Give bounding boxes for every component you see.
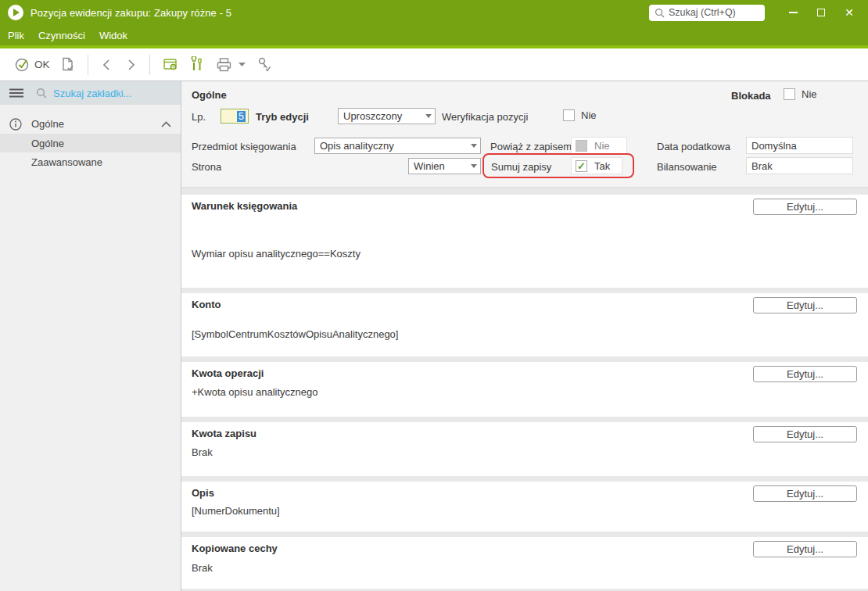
tree-group-label: Ogólne	[31, 118, 64, 130]
sidebar-item-label: Zaawansowane	[31, 156, 102, 168]
minimize-button[interactable]	[782, 3, 804, 22]
save-document-button[interactable]	[55, 53, 81, 76]
data-podatkowa-label: Data podatkowa	[657, 141, 730, 152]
section-kwota-operacji: Kwota operacji Edytuj... +Kwota opisu an…	[181, 362, 868, 417]
next-record-button[interactable]	[119, 55, 142, 75]
tab-tree: Ogólne Ogólne Zaawansowane	[0, 105, 181, 171]
sidebar-item-ogolne[interactable]: Ogólne	[0, 134, 181, 152]
sumuj-zapisy-checkbox-field[interactable]: ✓ Tak	[571, 157, 622, 174]
toolbar: OK	[0, 48, 868, 81]
sumuj-zapisy-value: Tak	[594, 160, 610, 172]
powiaz-checkbox-field[interactable]: Nie	[571, 137, 627, 154]
tools-button[interactable]	[184, 53, 210, 77]
menu-item-plik[interactable]: Plik	[8, 30, 24, 41]
document-check-icon	[59, 56, 76, 73]
lp-label: Lp.	[192, 111, 206, 123]
print-dropdown-caret-icon[interactable]	[239, 63, 246, 66]
edit-button[interactable]: Edytuj...	[753, 541, 857, 557]
chevron-up-icon[interactable]	[161, 121, 171, 127]
main-content: Ogólne Blokada Nie Lp. 5 Tryb edycji Upr…	[181, 81, 868, 591]
search-icon	[36, 88, 47, 98]
sidebar-header: Szukaj zakładki...	[0, 81, 181, 105]
window-title: Pozycja ewidencji zakupu: Zakupy różne -…	[30, 7, 231, 19]
section-content: Brak	[192, 446, 858, 458]
section-kopiowane-cechy: Kopiowane cechy Edytuj... Brak	[181, 537, 868, 589]
tryb-edycji-label: Tryb edycji	[256, 111, 309, 123]
section-cards: Warunek księgowania Edytuj... Wymiar opi…	[181, 188, 868, 589]
chevron-left-icon	[100, 58, 114, 72]
sumuj-zapisy-checkbox[interactable]: ✓	[576, 160, 587, 172]
app-window: Pozycja ewidencji zakupu: Zakupy różne -…	[0, 0, 868, 591]
search-icon	[655, 8, 665, 18]
tab-search-input[interactable]: Szukaj zakładki...	[36, 88, 131, 99]
tryb-edycji-value: Uproszczony	[343, 110, 422, 122]
window-settings-button[interactable]	[157, 53, 184, 77]
section-kwota-zapisu: Kwota zapisu Edytuj... Brak	[181, 422, 868, 476]
section-content: [SymbolCentrumKosztówOpisuAnalitycznego]	[192, 328, 858, 340]
window-body: Szukaj zakładki... Ogólne Ogólne	[0, 81, 868, 591]
global-search-input[interactable]: Szukaj (Ctrl+Q)	[649, 5, 765, 21]
permissions-button[interactable]	[250, 53, 278, 77]
edit-button[interactable]: Edytuj...	[753, 199, 857, 215]
weryfikacja-checkbox[interactable]	[563, 109, 575, 121]
menu-item-widok[interactable]: Widok	[99, 30, 127, 41]
maximize-button[interactable]	[810, 3, 832, 22]
menu-bar: Plik Czynności Widok	[0, 25, 868, 45]
przedmiot-value: Opis analityczny	[320, 140, 468, 152]
section-konto: Konto Edytuj... [SymbolCentrumKosztówOpi…	[181, 293, 868, 356]
title-bar: Pozycja ewidencji zakupu: Zakupy różne -…	[0, 0, 868, 25]
minimize-icon	[789, 12, 798, 13]
strona-value: Winien	[414, 160, 468, 172]
caret-down-icon	[471, 144, 477, 148]
tab-search-placeholder: Szukaj zakładki...	[53, 88, 131, 99]
sidebar-item-label: Ogólne	[31, 138, 64, 149]
chevron-right-icon	[124, 58, 138, 72]
blokada-label: Blokada	[731, 90, 771, 102]
window-gear-icon	[162, 56, 179, 73]
check-icon: ✓	[577, 161, 586, 171]
section-content: Wymiar opisu analitycznego==Koszty	[192, 248, 858, 260]
section-opis: Opis Edytuj... [NumerDokumentu]	[181, 482, 868, 532]
strona-dropdown[interactable]: Winien	[408, 158, 481, 174]
caret-down-icon	[425, 114, 432, 118]
sidebar: Szukaj zakładki... Ogólne Ogólne	[0, 81, 181, 591]
edit-button[interactable]: Edytuj...	[753, 297, 857, 313]
powiaz-label: Powiąż z zapisem	[490, 141, 572, 152]
weryfikacja-label: Weryfikacja pozycji	[442, 111, 528, 123]
close-button[interactable]: ✕	[838, 3, 860, 22]
edit-button[interactable]: Edytuj...	[753, 426, 857, 442]
ok-button[interactable]: OK	[9, 53, 55, 76]
ok-check-circle-icon	[14, 56, 30, 73]
przedmiot-label: Przedmiot księgowania	[192, 141, 296, 152]
menu-item-czynnosci[interactable]: Czynności	[38, 30, 85, 41]
bilansowanie-field[interactable]: Brak	[746, 157, 853, 174]
data-podatkowa-field[interactable]: Domyślna	[746, 137, 853, 154]
app-logo-icon	[8, 5, 23, 20]
caret-down-icon	[471, 164, 477, 168]
wrench-screwdriver-icon	[188, 56, 206, 73]
lp-input[interactable]: 5	[221, 109, 249, 124]
blokada-value: Nie	[802, 88, 817, 100]
weryfikacja-value: Nie	[581, 109, 597, 121]
edit-button[interactable]: Edytuj...	[753, 485, 857, 502]
sidebar-item-zaawansowane[interactable]: Zaawansowane	[0, 152, 181, 171]
tryb-edycji-dropdown[interactable]: Uproszczony	[338, 108, 436, 124]
przedmiot-dropdown[interactable]: Opis analityczny	[314, 138, 481, 154]
hamburger-menu-icon[interactable]	[9, 88, 23, 98]
previous-record-button[interactable]	[95, 55, 119, 75]
lp-value: 5	[237, 111, 246, 122]
general-panel: Ogólne Blokada Nie Lp. 5 Tryb edycji Upr…	[181, 81, 868, 188]
section-content: [NumerDokumentu]	[192, 505, 858, 517]
print-button[interactable]	[210, 53, 250, 77]
toolbar-separator	[88, 55, 88, 75]
global-search-placeholder: Szukaj (Ctrl+Q)	[669, 7, 736, 18]
bilansowanie-value: Brak	[751, 160, 773, 172]
close-icon: ✕	[845, 6, 854, 19]
printer-icon	[215, 56, 233, 73]
edit-button[interactable]: Edytuj...	[753, 366, 857, 382]
tree-group-ogolne[interactable]: Ogólne	[0, 114, 181, 134]
ok-button-label: OK	[34, 59, 50, 70]
section-warunek-ksiegowania: Warunek księgowania Edytuj... Wymiar opi…	[181, 195, 868, 288]
blokada-checkbox[interactable]	[784, 88, 795, 100]
panel-title: Ogólne	[192, 89, 227, 101]
